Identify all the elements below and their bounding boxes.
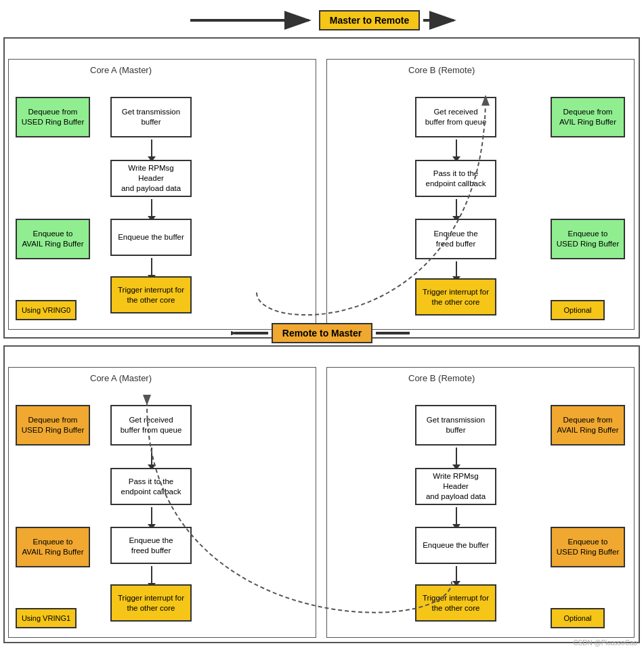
top-core-b-enqueue-freed: Enqueue the freed buffer xyxy=(415,219,496,259)
bot-core-a-get-received: Get received buffer from queue xyxy=(110,405,192,446)
bottom-arrow-right-svg xyxy=(372,320,413,347)
bot-core-a-pass-endpoint: Pass it to the endpoint callback xyxy=(110,468,192,505)
bottom-direction-label: Remote to Master xyxy=(272,323,372,343)
top-core-a-vring-label: Using VRING0 xyxy=(16,300,77,320)
bottom-arrow-left-svg xyxy=(231,320,272,347)
top-direction-container: Master to Remote xyxy=(0,7,644,34)
core-a-bottom-panel: Core A (Master) Dequeue from USED Ring B… xyxy=(8,367,316,638)
top-core-a-write-rpmsg: Write RPMsg Header and payload data xyxy=(110,160,192,197)
top-core-a-dequeue-used: Dequeue from USED Ring Buffer xyxy=(16,97,90,137)
bot-core-a-enqueue-avail: Enqueue to AVAIL Ring Buffer xyxy=(16,527,90,567)
top-direction-label: Master to Remote xyxy=(319,10,420,30)
top-core-b-optional-label: Optional xyxy=(551,300,605,320)
core-b-bottom-panel: Core B (Remote) Get transmission buffer … xyxy=(326,367,635,638)
bot-arrow-1 xyxy=(148,448,156,470)
bot-core-b-write-rpmsg: Write RPMsg Header and payload data xyxy=(415,468,496,505)
core-b-top-label: Core B (Remote) xyxy=(408,65,475,75)
top-core-a-get-tx: Get transmission buffer xyxy=(110,97,192,137)
core-a-bottom-label: Core A (Master) xyxy=(90,373,152,383)
bot-core-a-trigger: Trigger interrupt for the other core xyxy=(110,584,192,622)
bot-core-b-get-tx: Get transmission buffer xyxy=(415,405,496,446)
core-b-bottom-label: Core B (Remote) xyxy=(408,373,475,383)
arrow-get-received-to-pass xyxy=(452,139,460,162)
bot-core-b-enqueue-used: Enqueue to USED Ring Buffer xyxy=(551,527,625,567)
core-a-top-label: Core A (Master) xyxy=(90,65,152,75)
core-b-top-panel: Core B (Remote) Get received buffer from… xyxy=(326,59,635,330)
bot-core-b-optional-label: Optional xyxy=(551,608,605,628)
bot-core-b-arrow-3 xyxy=(452,566,460,586)
top-core-b-get-received: Get received buffer from queue xyxy=(415,97,496,137)
bottom-direction-container: Remote to Master xyxy=(0,320,644,347)
bot-core-a-vring-label: Using VRING1 xyxy=(16,608,77,628)
bot-core-a-enqueue-freed: Enqueue the freed buffer xyxy=(110,527,192,564)
top-core-b-trigger: Trigger interrupt for the other core xyxy=(415,278,496,316)
bot-core-b-dequeue-avail: Dequeue from AVAIL Ring Buffer xyxy=(551,405,625,446)
top-core-a-trigger: Trigger interrupt for the other core xyxy=(110,276,192,313)
bot-core-a-dequeue-used: Dequeue from USED Ring Buffer xyxy=(16,405,90,446)
bot-core-b-trigger: Trigger interrupt for the other core xyxy=(415,584,496,622)
bot-core-b-arrow-1 xyxy=(452,448,460,470)
bottom-section: Core A (Master) Dequeue from USED Ring B… xyxy=(3,345,640,643)
top-arrow-svg xyxy=(184,7,319,34)
arrow-get-tx-to-write xyxy=(148,139,156,162)
core-a-top-panel: Core A (Master) Dequeue from USED Ring B… xyxy=(8,59,316,330)
top-core-b-pass-endpoint: Pass it to the endpoint callback xyxy=(415,160,496,197)
top-core-b-dequeue-avail: Dequeue from AVIL Ring Buffer xyxy=(551,97,625,137)
top-core-a-enqueue-buffer: Enqueue the buffer xyxy=(110,219,192,256)
top-core-a-enqueue-avail: Enqueue to AVAIL Ring Buffer xyxy=(16,219,90,259)
bot-core-b-enqueue-buffer: Enqueue the buffer xyxy=(415,527,496,564)
top-section: Core A (Master) Dequeue from USED Ring B… xyxy=(3,37,640,339)
watermark: CSDN @PicassoCao xyxy=(573,639,637,647)
top-arrow-right-svg xyxy=(420,7,460,34)
top-core-b-enqueue-used: Enqueue to USED Ring Buffer xyxy=(551,219,625,259)
